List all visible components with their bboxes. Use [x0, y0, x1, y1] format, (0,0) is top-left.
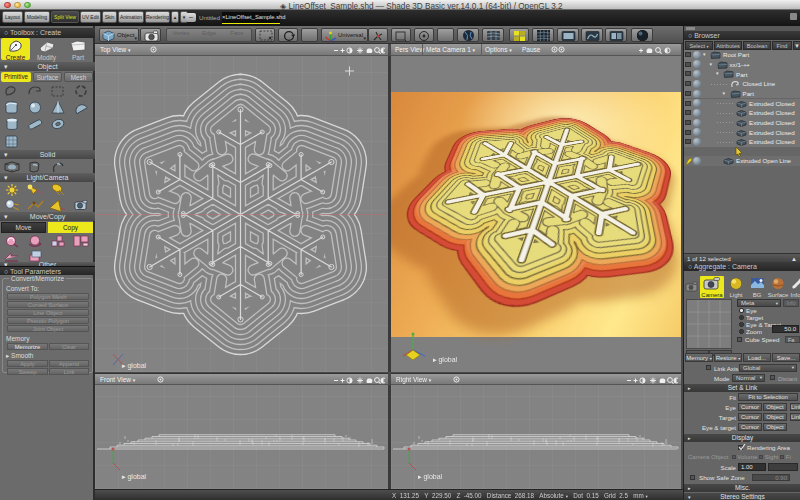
svg-text:▸ global: ▸ global: [433, 356, 458, 364]
svg-text:▸ global: ▸ global: [122, 362, 147, 370]
svg-text:▸ global: ▸ global: [122, 473, 147, 481]
svg-text:▸ global: ▸ global: [418, 473, 443, 481]
